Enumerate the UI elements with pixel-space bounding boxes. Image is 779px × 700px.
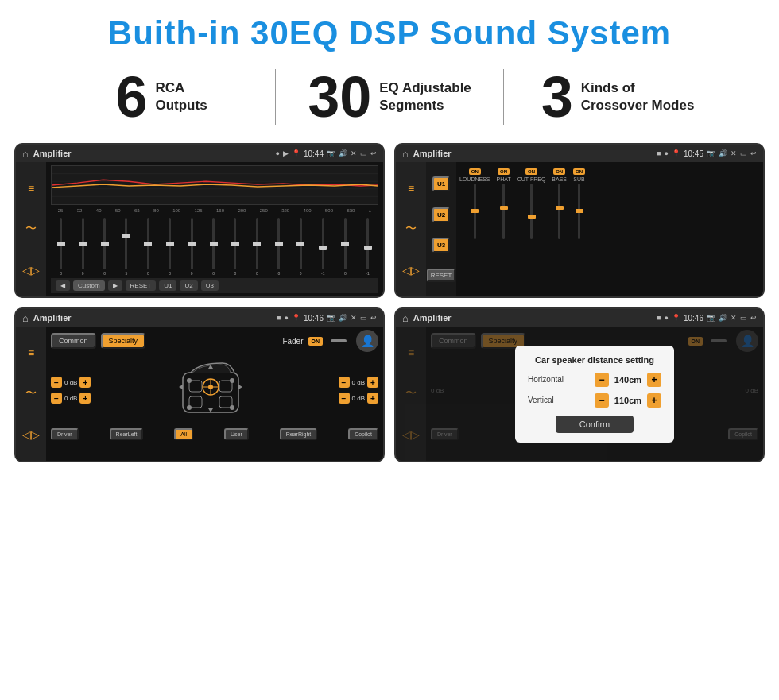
home-icon-4[interactable]: ⌂ bbox=[402, 312, 409, 324]
loudness-track[interactable] bbox=[474, 184, 476, 239]
vertical-minus-btn[interactable]: − bbox=[595, 393, 609, 408]
eq-track-2[interactable] bbox=[103, 218, 106, 269]
dot-icon-3: ■ bbox=[277, 314, 281, 322]
rr-plus-btn[interactable]: + bbox=[367, 393, 378, 404]
bass-track[interactable] bbox=[558, 184, 560, 239]
eq-u3-btn[interactable]: U3 bbox=[201, 280, 219, 291]
fader-on-toggle[interactable]: ON bbox=[308, 337, 324, 346]
home-icon-3[interactable]: ⌂ bbox=[22, 312, 29, 324]
back-icon-4[interactable]: ↩ bbox=[750, 314, 757, 322]
play-icon-1: ▶ bbox=[283, 149, 289, 157]
all-btn[interactable]: All bbox=[174, 428, 193, 440]
back-icon-2[interactable]: ↩ bbox=[750, 149, 757, 157]
eq-reset-btn[interactable]: RESET bbox=[126, 280, 157, 291]
amp-u1-btn[interactable]: U1 bbox=[432, 176, 450, 191]
bass-on-badge[interactable]: ON bbox=[553, 168, 565, 175]
rearleft-btn[interactable]: RearLeft bbox=[110, 428, 144, 440]
status-title-2: Amplifier bbox=[413, 149, 652, 158]
eq-slider-4: 0 bbox=[147, 218, 149, 276]
loudness-on-badge[interactable]: ON bbox=[469, 168, 481, 175]
eq-track-0[interactable] bbox=[60, 218, 62, 269]
eq-track-11[interactable] bbox=[300, 218, 302, 269]
cutfreq-on-badge[interactable]: ON bbox=[525, 168, 537, 175]
sub-on-badge[interactable]: ON bbox=[573, 168, 585, 175]
amp-sidebar-icon-1[interactable]: ≡ bbox=[408, 182, 414, 195]
eq-play-btn[interactable]: ▶ bbox=[108, 280, 122, 291]
home-icon-2[interactable]: ⌂ bbox=[402, 148, 409, 160]
amp-sidebar-icon-2[interactable]: 〜 bbox=[405, 222, 417, 236]
amp-u2-btn[interactable]: U2 bbox=[432, 207, 450, 222]
user-btn[interactable]: User bbox=[224, 428, 249, 440]
back-icon-1[interactable]: ↩ bbox=[370, 149, 377, 157]
tab-specialty-btn[interactable]: Specialty bbox=[101, 333, 146, 349]
bass-thumb bbox=[556, 206, 564, 210]
eq-track-8[interactable] bbox=[234, 218, 236, 269]
amp-u3-btn[interactable]: U3 bbox=[432, 238, 450, 253]
freq-100: 100 bbox=[172, 208, 180, 213]
eq-track-3[interactable] bbox=[125, 218, 127, 269]
eq-track-6[interactable] bbox=[191, 218, 193, 269]
stats-row: 6 RCAOutputs 30 EQ AdjustableSegments 3 … bbox=[0, 60, 779, 137]
eq-slider-13: 0 bbox=[344, 218, 347, 276]
stat-number-3: 3 bbox=[541, 68, 573, 126]
freq-500: 500 bbox=[325, 208, 333, 213]
amp-reset-btn[interactable]: RESET bbox=[427, 269, 456, 282]
home-icon-1[interactable]: ⌂ bbox=[22, 148, 29, 160]
fader-sidebar-icon-3[interactable]: ◁▷ bbox=[22, 428, 40, 441]
eq-val-7: 0 bbox=[212, 271, 215, 276]
eq-track-14[interactable] bbox=[366, 218, 369, 269]
eq-sidebar-icon-2[interactable]: 〜 bbox=[25, 222, 37, 236]
fr-value: 0 dB bbox=[352, 379, 365, 386]
horizontal-plus-btn[interactable]: + bbox=[647, 373, 661, 387]
fader-screen-body: ≡ 〜 ◁▷ Common Specialty Fader ON 👤 bbox=[16, 327, 383, 461]
fader-slider-bar[interactable] bbox=[331, 339, 347, 342]
eq-left-sidebar: ≡ 〜 ◁▷ bbox=[16, 162, 46, 296]
eq-prev-btn[interactable]: ◀ bbox=[56, 280, 70, 291]
vertical-plus-btn[interactable]: + bbox=[647, 393, 661, 408]
eq-track-1[interactable] bbox=[82, 218, 84, 269]
eq-track-9[interactable] bbox=[256, 218, 258, 269]
fr-plus-btn[interactable]: + bbox=[367, 377, 378, 388]
rl-minus-btn[interactable]: − bbox=[51, 393, 62, 404]
fr-minus-btn[interactable]: − bbox=[339, 377, 350, 388]
cutfreq-track[interactable] bbox=[530, 184, 533, 239]
eq-sidebar-icon-1[interactable]: ≡ bbox=[28, 182, 34, 195]
eq-u2-btn[interactable]: U2 bbox=[180, 280, 197, 291]
eq-track-7[interactable] bbox=[212, 218, 215, 269]
rearright-btn[interactable]: RearRight bbox=[280, 428, 318, 440]
screen-amp: ⌂ Amplifier ■ ● 📍 10:45 📷 🔊 ✕ ▭ ↩ ≡ 〜 ◁▷ bbox=[394, 143, 765, 298]
eq-slider-11: 0 bbox=[300, 218, 302, 276]
rl-plus-btn[interactable]: + bbox=[79, 393, 91, 404]
eq-track-10[interactable] bbox=[277, 218, 280, 269]
amp-sidebar-icon-3[interactable]: ◁▷ bbox=[402, 264, 420, 277]
vol-control-fr: − 0 dB + bbox=[339, 377, 378, 388]
rr-minus-btn[interactable]: − bbox=[339, 393, 350, 404]
driver-btn[interactable]: Driver bbox=[51, 428, 79, 440]
back-icon-3[interactable]: ↩ bbox=[370, 314, 377, 322]
eq-track-4[interactable] bbox=[147, 218, 149, 269]
confirm-button[interactable]: Confirm bbox=[556, 416, 634, 433]
phat-thumb bbox=[500, 206, 508, 210]
fl-value: 0 dB bbox=[64, 379, 77, 386]
eq-track-5[interactable] bbox=[169, 218, 171, 269]
eq-track-12[interactable] bbox=[322, 218, 324, 269]
phat-track[interactable] bbox=[502, 184, 505, 239]
fl-minus-btn[interactable]: − bbox=[51, 377, 62, 388]
fl-plus-btn[interactable]: + bbox=[79, 377, 91, 388]
tab-common-btn[interactable]: Common bbox=[51, 333, 96, 349]
eq-track-13[interactable] bbox=[344, 218, 347, 269]
fader-sidebar-icon-1[interactable]: ≡ bbox=[28, 346, 34, 359]
eq-custom-btn[interactable]: Custom bbox=[73, 280, 105, 291]
freq-40: 40 bbox=[96, 208, 102, 213]
horizontal-minus-btn[interactable]: − bbox=[595, 373, 609, 387]
amp-ch-bass: ON BASS bbox=[552, 168, 567, 290]
fader-sidebar-icon-2[interactable]: 〜 bbox=[25, 386, 37, 400]
eq-graph bbox=[51, 165, 378, 205]
eq-sidebar-icon-3[interactable]: ◁▷ bbox=[22, 264, 40, 277]
phat-on-badge[interactable]: ON bbox=[498, 168, 510, 175]
svg-point-20 bbox=[230, 405, 234, 410]
freq-25: 25 bbox=[58, 208, 64, 213]
copilot-btn[interactable]: Copilot bbox=[348, 428, 378, 440]
eq-u1-btn[interactable]: U1 bbox=[159, 280, 176, 291]
sub-track[interactable] bbox=[578, 184, 580, 239]
